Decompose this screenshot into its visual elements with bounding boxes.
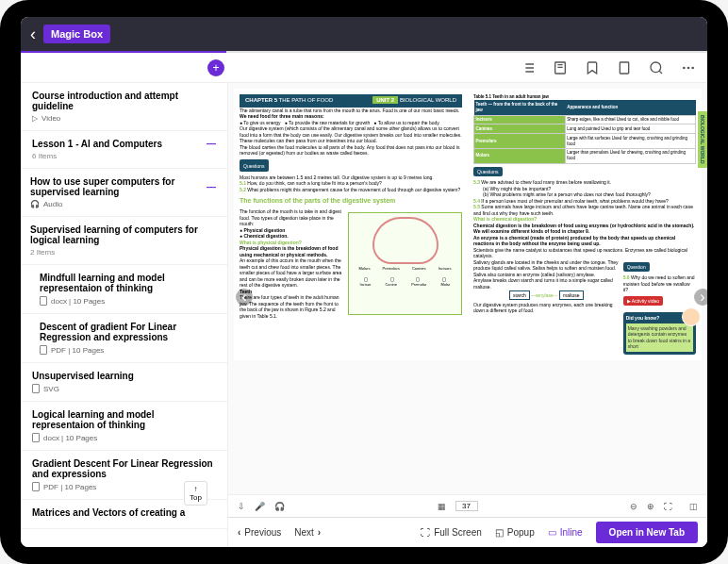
list-icon[interactable] [521, 60, 536, 75]
add-button[interactable]: + [207, 59, 224, 76]
search-icon[interactable] [649, 60, 664, 75]
page-next-icon[interactable]: › [694, 289, 707, 306]
top-bar: ‹ Magic Box [21, 17, 707, 51]
sidebar-item[interactable]: Descent of gradient For Linear Regressio… [21, 314, 227, 363]
toolbar: + [21, 53, 707, 83]
section-title: The functions of the parts of the digest… [240, 196, 462, 205]
headphones-icon[interactable]: 🎧 [274, 502, 285, 511]
zoom-in-icon[interactable]: ⊕ [647, 502, 654, 511]
inline-button[interactable]: ▭ Inline [548, 527, 583, 538]
page-icon[interactable] [617, 60, 632, 75]
content-area: ‹ › CHAPTER 5 THE PATH OF FOOD UNIT 2 BI… [228, 83, 707, 547]
teeth-diagram: MolarsPremolarsCaninesIncisors IncisorCa… [348, 212, 462, 315]
fullscreen-button[interactable]: ⛶ Full Screen [421, 527, 482, 538]
sidebar-item[interactable]: Unsupervised learning SVG [21, 363, 227, 402]
sidebar-intro[interactable]: Course introduction and attempt guidelin… [21, 83, 227, 131]
sidebar-lesson1[interactable]: Lesson 1 - AI and Computers— 6 Items [21, 131, 227, 169]
two-page-icon[interactable]: ◫ [689, 502, 698, 511]
svg-line-9 [659, 71, 662, 74]
download-icon[interactable]: ⇩ [238, 502, 245, 511]
teeth-table: Teeth — from the front to the back of th… [473, 100, 696, 164]
svg-point-11 [687, 66, 690, 69]
popup-button[interactable]: ◱ Popup [495, 527, 535, 538]
sidebar-item[interactable]: How to use super computers for supervise… [21, 169, 227, 217]
sidebar: Course introduction and attempt guidelin… [21, 83, 228, 547]
zoom-out-icon[interactable]: ⊖ [630, 502, 637, 511]
more-icon[interactable] [681, 60, 696, 75]
page-prev-icon[interactable]: ‹ [236, 289, 253, 306]
mic-icon[interactable]: 🎤 [255, 502, 265, 511]
sidebar-item[interactable]: Supervised learning of computers for log… [21, 217, 227, 265]
sidebar-item[interactable]: Logical learning and model representaion… [21, 402, 227, 451]
to-top-button[interactable]: ↑Top [184, 481, 207, 506]
svg-point-12 [691, 66, 694, 69]
bottom-bar: ‹ Previous Next › ⛶ Full Screen ◱ Popup … [228, 517, 707, 547]
file-icon [40, 296, 47, 306]
thumbnails-icon[interactable]: ▦ [438, 502, 446, 511]
activity-video-link[interactable]: ▶ Activity video [623, 296, 663, 307]
collapse-icon[interactable]: — [207, 139, 216, 149]
notes-icon[interactable] [553, 60, 568, 75]
sidebar-item[interactable]: Mindfull learning and model representaio… [21, 265, 227, 314]
vertical-tab: BIOLOGICAL WORLD [698, 111, 708, 168]
next-button[interactable]: Next › [294, 527, 321, 538]
fit-icon[interactable]: ⛶ [664, 502, 672, 511]
doc-toolbar: ⇩ 🎤 🎧 ▦ ⊖ ⊕ ⛶ ◫ [228, 494, 707, 517]
prev-button[interactable]: ‹ Previous [238, 527, 281, 538]
svg-point-10 [683, 66, 686, 69]
open-new-tab-button[interactable]: Open in New Tab [596, 522, 698, 543]
chapter-header: CHAPTER 5 THE PATH OF FOOD UNIT 2 BIOLOG… [240, 94, 462, 108]
svg-point-8 [651, 62, 661, 73]
avatar-icon [682, 307, 701, 326]
svg-rect-7 [620, 62, 628, 74]
page-input[interactable] [455, 501, 478, 511]
back-icon[interactable]: ‹ [30, 25, 36, 44]
did-you-know: Did you know? Many washing powders and d… [623, 312, 696, 355]
bookmark-icon[interactable] [585, 60, 600, 75]
logo: Magic Box [43, 25, 110, 43]
